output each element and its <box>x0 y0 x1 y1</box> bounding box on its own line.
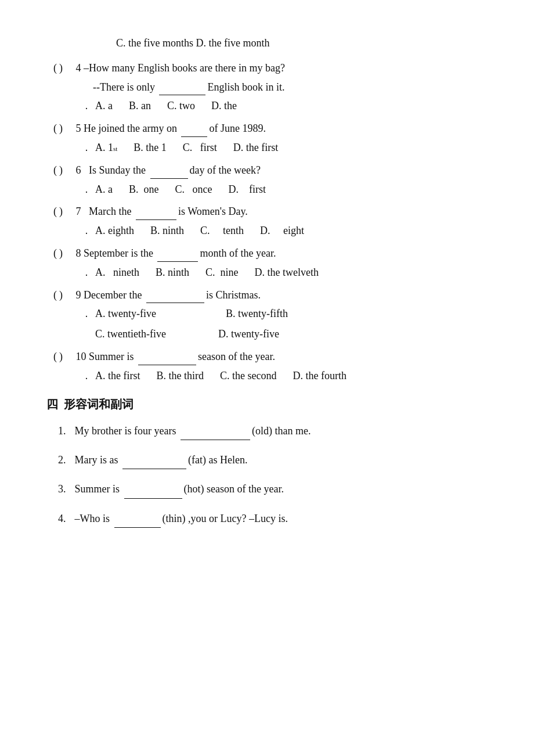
q6-choice-c: C. once <box>175 181 212 198</box>
q6-choice-d: D. first <box>228 181 266 198</box>
q4-choice-a: A. a <box>95 98 113 114</box>
q6-choices: A. a B. one C. once D. first <box>95 181 266 198</box>
q8-choice-a: A. nineth <box>95 264 139 281</box>
q8-choice-b: B. ninth <box>156 264 189 281</box>
q9-choice-d: D. twenty-five <box>218 326 279 343</box>
q9-choices: A. twenty-five B. twenty-fifth C. twenti… <box>95 305 288 343</box>
q10-choice-a: A. the first <box>95 368 140 384</box>
q4-subtext: --There is only English book in it. <box>93 79 284 96</box>
q8-paren-left: ( <box>46 245 57 262</box>
fill-item-2: 2. Mary is as (fat) as Helen. <box>58 451 488 469</box>
q4-choices: A. a B. an C. two D. the <box>95 98 237 114</box>
question-10: ( ) 10 Summer is season of the year. . A… <box>46 348 488 384</box>
q7-choices: A. eighth B. ninth C. tenth D. eight <box>95 222 304 239</box>
fill-item-1: 1. My brother is four years (old) than m… <box>58 422 488 440</box>
q6-dot: . <box>81 181 92 198</box>
q10-choice-d: D. the fourth <box>293 368 346 384</box>
q8-dot: . <box>81 264 92 281</box>
q10-paren-right: ) <box>59 348 70 365</box>
q10-text: 10 Summer is season of the year. <box>73 348 275 365</box>
q9-text: 9 December the is Christmas. <box>73 287 261 304</box>
q5-paren-left: ( <box>46 120 57 137</box>
q10-choices: A. the first B. the third C. the second … <box>95 368 347 384</box>
fill-item-3: 3. Summer is (hot) season of the year. <box>58 480 488 498</box>
q10-choice-b: B. the third <box>156 368 204 384</box>
q8-paren-right: ) <box>59 245 70 262</box>
q6-text: 6 Is Sunday the day of the week? <box>73 162 261 179</box>
q8-text: 8 September is the month of the year. <box>73 245 276 262</box>
q7-choice-b: B. ninth <box>150 222 184 239</box>
q10-dot: . <box>81 368 92 384</box>
q5-paren-right: ) <box>59 120 70 137</box>
q9-paren-right: ) <box>59 287 70 304</box>
q5-dot: . <box>81 139 92 156</box>
q5-choice-a: A. 1st <box>95 139 117 156</box>
q8-choices: A. nineth B. ninth C. nine D. the twelve… <box>95 264 319 281</box>
q7-paren-right: ) <box>59 203 70 220</box>
question-7: ( ) 7 March the is Women's Day. . A. eig… <box>46 203 488 239</box>
q4-choice-b: B. an <box>129 98 151 114</box>
q10-choice-c: C. the second <box>220 368 276 384</box>
q5-choices: A. 1st B. the 1 C. first D. the first <box>95 139 278 156</box>
q9-choice-c: C. twentieth-five <box>95 326 166 343</box>
question-6: ( ) 6 Is Sunday the day of the week? . A… <box>46 162 488 198</box>
q4-paren-right: ) <box>59 60 70 77</box>
q10-paren-left: ( <box>46 348 57 365</box>
q4-paren-left: ( <box>46 60 57 77</box>
q6-paren-right: ) <box>59 162 70 179</box>
section-four-number: 四 <box>46 395 58 413</box>
q6-choice-b: B. one <box>129 181 159 198</box>
q5-text: 5 He joined the army on of June 1989. <box>73 120 266 137</box>
q5-choice-c: C. first <box>183 139 217 156</box>
q8-choice-c: C. nine <box>205 264 239 281</box>
section-four-header: 四 形容词和副词 <box>46 395 488 413</box>
q4-choice-c: C. two <box>167 98 195 114</box>
question-5: ( ) 5 He joined the army on of June 1989… <box>46 120 488 156</box>
fill-item-4: 4. –Who is (thin) ,you or Lucy? –Lucy is… <box>58 509 488 528</box>
q9-dot: . <box>81 305 92 322</box>
q5-choice-b: B. the 1 <box>134 139 167 156</box>
q9-choice-b: B. twenty-fifth <box>226 305 288 322</box>
top-answer-line: C. the five months D. the five month <box>46 35 488 52</box>
q7-choice-a: A. eighth <box>95 222 134 239</box>
q6-choice-a: A. a <box>95 181 113 198</box>
q7-text: 7 March the is Women's Day. <box>73 203 248 220</box>
section-four-list: 1. My brother is four years (old) than m… <box>46 422 488 528</box>
q5-choice-d: D. the first <box>233 139 278 156</box>
q7-choice-c: C. tenth <box>200 222 244 239</box>
section-four-title: 形容词和副词 <box>64 395 134 413</box>
q9-paren-left: ( <box>46 287 57 304</box>
q7-choice-d: D. eight <box>260 222 304 239</box>
q6-paren-left: ( <box>46 162 57 179</box>
question-8: ( ) 8 September is the month of the year… <box>46 245 488 281</box>
q7-dot: . <box>81 222 92 239</box>
question-9: ( ) 9 December the is Christmas. . A. tw… <box>46 287 488 343</box>
question-4: ( ) 4 –How many English books are there … <box>46 60 488 114</box>
q4-choice-d: D. the <box>211 98 237 114</box>
q8-choice-d: D. the twelveth <box>255 264 319 281</box>
q4-dot: . <box>81 98 92 114</box>
q9-choice-a: A. twenty-five <box>95 305 156 322</box>
q7-paren-left: ( <box>46 203 57 220</box>
q4-text: 4 –How many English books are there in m… <box>73 60 285 77</box>
